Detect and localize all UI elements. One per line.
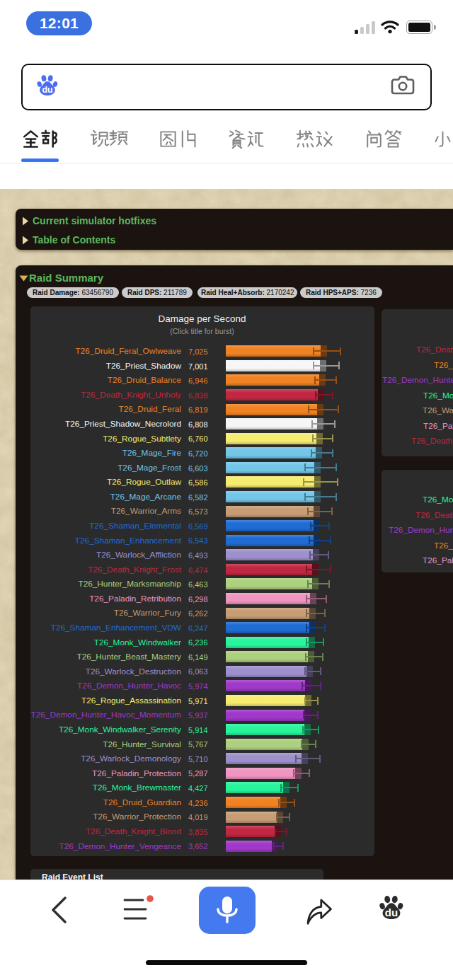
svg-text:du: du bbox=[42, 85, 52, 95]
svg-text:du: du bbox=[385, 906, 398, 918]
